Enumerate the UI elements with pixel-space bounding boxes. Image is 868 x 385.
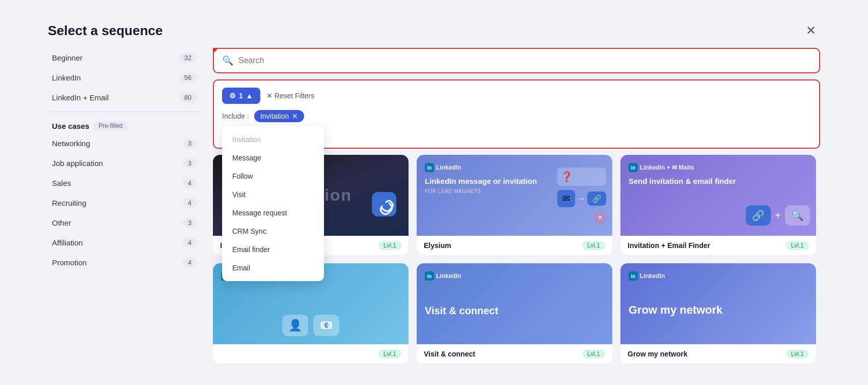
dropdown-item-follow[interactable]: Follow: [222, 167, 324, 185]
linkedin-icon: in: [425, 163, 434, 172]
dropdown-item-visit[interactable]: Visit: [222, 185, 324, 204]
sidebar-item-label: Job application: [52, 159, 103, 168]
card-image: in LinkedIn Visit & connect: [417, 263, 612, 344]
dropdown-item-message-request[interactable]: Message request: [222, 204, 324, 222]
include-label: Include :: [222, 112, 249, 120]
sidebar-item-label: LinkedIn + Email: [52, 93, 108, 102]
reset-filters-button[interactable]: ✕ Reset Filters: [266, 92, 315, 100]
level-badge: Lvl.1: [786, 349, 809, 359]
tag-remove-icon[interactable]: ✕: [292, 112, 298, 120]
filter-button[interactable]: ⚙ 1 ▲: [222, 88, 260, 104]
sidebar-item-label: LinkedIn: [52, 73, 81, 82]
sidebar-item-sales[interactable]: Sales 4: [48, 173, 201, 193]
close-button[interactable]: ✕: [802, 21, 820, 40]
linkedin-icon: in: [629, 271, 638, 281]
card-visit-connect[interactable]: in LinkedIn Visit & connect Visit & conn…: [417, 263, 612, 364]
card-content: LinkedIn message or invitation FOR LEAD …: [425, 176, 537, 194]
sidebar-item-linkedin-email[interactable]: LinkedIn + Email 80: [48, 88, 201, 107]
linkedin-badge: in LinkedIn: [425, 163, 461, 172]
linkedin-icon: in: [629, 163, 638, 172]
dropdown-item-invitation[interactable]: Invitation: [222, 130, 324, 149]
filter-section: 2 ⚙ 1 ▲ ✕ Reset Filters Include :: [213, 79, 820, 149]
filter-top: ⚙ 1 ▲ ✕ Reset Filters: [222, 88, 811, 104]
linkedin-icon: in: [425, 271, 434, 281]
content-area: 1 🔍 2 ⚙ 1 ▲: [213, 48, 820, 364]
linkedin-badge: in Linkedin + ✉ Mails: [629, 163, 694, 172]
search-section: 1 🔍: [213, 48, 820, 73]
reset-label: Reset Filters: [275, 92, 315, 100]
chain-icon: [370, 190, 398, 221]
modal-title: Select a sequence: [48, 23, 162, 39]
sidebar-item-promotion[interactable]: Promotion 4: [48, 253, 201, 272]
search-icon: 🔍: [222, 55, 233, 66]
modal-body: Beginner 32 LinkedIn 56 LinkedIn + Email…: [32, 48, 836, 376]
card-name: Grow my network: [628, 350, 687, 358]
sidebar-item-count: 3: [183, 158, 197, 168]
card-name: Invitation + Email Finder: [628, 241, 710, 250]
sidebar-item-count: 3: [183, 139, 197, 148]
sidebar-item-count: 80: [179, 93, 197, 102]
sidebar-item-recruiting[interactable]: Recruiting 4: [48, 193, 201, 213]
card-elysium[interactable]: in LinkedIn LinkedIn message or invitati…: [417, 155, 612, 255]
sidebar-item-count: 32: [179, 53, 197, 63]
card-invite-email[interactable]: in Linkedin + ✉ Mails Send invitation & …: [620, 155, 816, 255]
sidebar-item-label: Sales: [52, 179, 71, 187]
sidebar-item-label: Promotion: [52, 258, 87, 267]
filter-count: 1: [239, 92, 243, 100]
sidebar-item-other[interactable]: Other 3: [48, 213, 201, 233]
level-badge: Lvl.1: [378, 349, 401, 359]
card-image: in LinkedIn Grow my network: [620, 263, 816, 344]
card-footer: Lvl.1: [213, 344, 409, 364]
sidebar-item-count: 3: [183, 218, 197, 228]
card-graphic: ❓ ✉ → 🔗 ✕: [557, 168, 606, 224]
card-content: Grow my network: [629, 285, 723, 336]
sidebar-item-count: 4: [183, 258, 197, 267]
linkedin-badge: in LinkedIn: [425, 271, 461, 281]
card-footer: Grow my network Lvl.1: [620, 344, 816, 364]
sidebar-item-count: 4: [183, 198, 197, 208]
card-footer: Visit & connect Lvl.1: [417, 344, 612, 364]
sidebar-item-label: Beginner: [52, 53, 83, 62]
sidebar-item-linkedin[interactable]: LinkedIn 56: [48, 68, 201, 88]
card-grow-network[interactable]: in LinkedIn Grow my network Grow my netw…: [620, 263, 816, 364]
sidebar-item-networking[interactable]: Networking 3: [48, 133, 201, 153]
card-name: Visit & connect: [424, 350, 475, 358]
search-input[interactable]: [238, 56, 811, 65]
card-subtitle: FOR LEAD MAGNETS: [425, 188, 537, 194]
sidebar-item-beginner[interactable]: Beginner 32: [48, 48, 201, 68]
card-footer: Invitation + Email Finder Lvl.1: [620, 236, 816, 255]
x-icon: ✕: [266, 92, 273, 100]
card-image: in Linkedin + ✉ Mails Send invitation & …: [620, 155, 816, 236]
card-title: Grow my network: [629, 303, 723, 318]
level-badge: Lvl.1: [786, 241, 809, 250]
sidebar-divider: [48, 112, 201, 112]
dropdown-item-crm-sync[interactable]: CRM Sync: [222, 222, 324, 240]
search-input-wrap: 🔍: [214, 49, 819, 72]
sidebar-item-job-application[interactable]: Job application 3: [48, 153, 201, 173]
chevron-up-icon: ▲: [246, 92, 253, 100]
sidebar-item-count: 56: [179, 73, 197, 82]
filter-icon: ⚙: [229, 92, 236, 100]
card-title: LinkedIn message or invitation: [425, 176, 537, 186]
sidebar-item-count: 4: [183, 238, 197, 248]
sidebar-item-affiliation[interactable]: Affiliation 4: [48, 233, 201, 253]
card-name: Elysium: [424, 241, 451, 250]
card-graphic: 👤 📧: [282, 315, 339, 336]
filter-include-row: Include : Invitation ✕: [222, 110, 811, 122]
dropdown-item-email-finder[interactable]: Email finder: [222, 240, 324, 259]
active-filter-tag[interactable]: Invitation ✕: [254, 110, 304, 122]
sidebar-item-label: Affiliation: [52, 238, 83, 247]
card-content: Send invitation & email finder: [629, 176, 736, 186]
level-badge: Lvl.1: [582, 349, 605, 359]
level-badge: Lvl.1: [582, 241, 605, 250]
dropdown-item-email[interactable]: Email: [222, 259, 324, 277]
filter-dropdown: Invitation Message Follow Visit Message: [222, 126, 324, 281]
modal-header: Select a sequence ✕: [32, 9, 836, 48]
prefilled-badge: Pre-filled: [93, 121, 127, 130]
sidebar-item-count: 4: [183, 178, 197, 188]
dropdown-item-message[interactable]: Message: [222, 149, 324, 167]
modal: Select a sequence ✕ Beginner 32 LinkedIn…: [32, 9, 836, 376]
tag-label: Invitation: [260, 112, 289, 120]
sidebar-item-label: Other: [52, 218, 71, 227]
sidebar-item-label: Recruiting: [52, 199, 87, 207]
